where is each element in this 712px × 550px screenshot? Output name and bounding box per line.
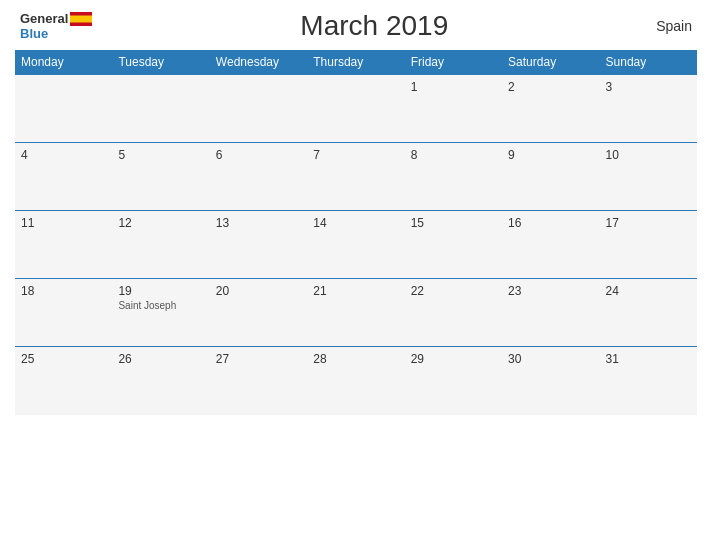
table-row: 12: [112, 211, 209, 279]
day-number: 23: [508, 284, 593, 298]
logo-blue-text: Blue: [20, 26, 48, 41]
day-number: 19: [118, 284, 203, 298]
day-number: 25: [21, 352, 106, 366]
logo: General Blue: [20, 11, 92, 41]
header: General Blue March 2019 Spain: [15, 10, 697, 42]
day-number: 6: [216, 148, 301, 162]
svg-rect-1: [70, 15, 92, 22]
logo-general-text: General: [20, 11, 68, 26]
table-row: 28: [307, 347, 404, 415]
table-row: 25: [15, 347, 112, 415]
calendar-week-row: 45678910: [15, 143, 697, 211]
table-row: 8: [405, 143, 502, 211]
table-row: [210, 75, 307, 143]
table-row: 16: [502, 211, 599, 279]
table-row: 4: [15, 143, 112, 211]
header-tuesday: Tuesday: [112, 50, 209, 75]
holiday-name: Saint Joseph: [118, 300, 203, 311]
day-number: 27: [216, 352, 301, 366]
day-number: 10: [606, 148, 691, 162]
table-row: 15: [405, 211, 502, 279]
calendar-week-row: 11121314151617: [15, 211, 697, 279]
table-row: 5: [112, 143, 209, 211]
day-number: 8: [411, 148, 496, 162]
table-row: 23: [502, 279, 599, 347]
table-row: 7: [307, 143, 404, 211]
header-sunday: Sunday: [600, 50, 697, 75]
table-row: 31: [600, 347, 697, 415]
day-number: 1: [411, 80, 496, 94]
day-number: 31: [606, 352, 691, 366]
calendar-page: General Blue March 2019 Spain Monday Tue…: [0, 0, 712, 550]
day-number: 7: [313, 148, 398, 162]
table-row: 17: [600, 211, 697, 279]
day-number: 5: [118, 148, 203, 162]
header-saturday: Saturday: [502, 50, 599, 75]
table-row: 9: [502, 143, 599, 211]
table-row: 6: [210, 143, 307, 211]
table-row: 27: [210, 347, 307, 415]
calendar-week-row: 25262728293031: [15, 347, 697, 415]
day-number: 13: [216, 216, 301, 230]
table-row: [112, 75, 209, 143]
day-number: 3: [606, 80, 691, 94]
day-number: 4: [21, 148, 106, 162]
table-row: 22: [405, 279, 502, 347]
day-number: 20: [216, 284, 301, 298]
table-row: 13: [210, 211, 307, 279]
calendar-week-row: 1819Saint Joseph2021222324: [15, 279, 697, 347]
day-number: 14: [313, 216, 398, 230]
day-number: 15: [411, 216, 496, 230]
table-row: 11: [15, 211, 112, 279]
table-row: 18: [15, 279, 112, 347]
day-number: 16: [508, 216, 593, 230]
table-row: 3: [600, 75, 697, 143]
day-number: 28: [313, 352, 398, 366]
day-number: 30: [508, 352, 593, 366]
country-label: Spain: [656, 18, 692, 34]
table-row: 10: [600, 143, 697, 211]
header-thursday: Thursday: [307, 50, 404, 75]
header-wednesday: Wednesday: [210, 50, 307, 75]
table-row: 30: [502, 347, 599, 415]
day-number: 22: [411, 284, 496, 298]
day-number: 17: [606, 216, 691, 230]
table-row: 19Saint Joseph: [112, 279, 209, 347]
day-number: 9: [508, 148, 593, 162]
table-row: 2: [502, 75, 599, 143]
day-number: 11: [21, 216, 106, 230]
flag-icon: [70, 12, 92, 26]
table-row: [307, 75, 404, 143]
table-row: 20: [210, 279, 307, 347]
table-row: 21: [307, 279, 404, 347]
table-row: [15, 75, 112, 143]
weekday-header-row: Monday Tuesday Wednesday Thursday Friday…: [15, 50, 697, 75]
day-number: 26: [118, 352, 203, 366]
calendar-week-row: 123: [15, 75, 697, 143]
header-friday: Friday: [405, 50, 502, 75]
day-number: 2: [508, 80, 593, 94]
day-number: 24: [606, 284, 691, 298]
table-row: 24: [600, 279, 697, 347]
month-title: March 2019: [92, 10, 656, 42]
table-row: 26: [112, 347, 209, 415]
day-number: 18: [21, 284, 106, 298]
header-monday: Monday: [15, 50, 112, 75]
calendar-table: Monday Tuesday Wednesday Thursday Friday…: [15, 50, 697, 415]
table-row: 14: [307, 211, 404, 279]
day-number: 12: [118, 216, 203, 230]
table-row: 29: [405, 347, 502, 415]
day-number: 29: [411, 352, 496, 366]
day-number: 21: [313, 284, 398, 298]
table-row: 1: [405, 75, 502, 143]
